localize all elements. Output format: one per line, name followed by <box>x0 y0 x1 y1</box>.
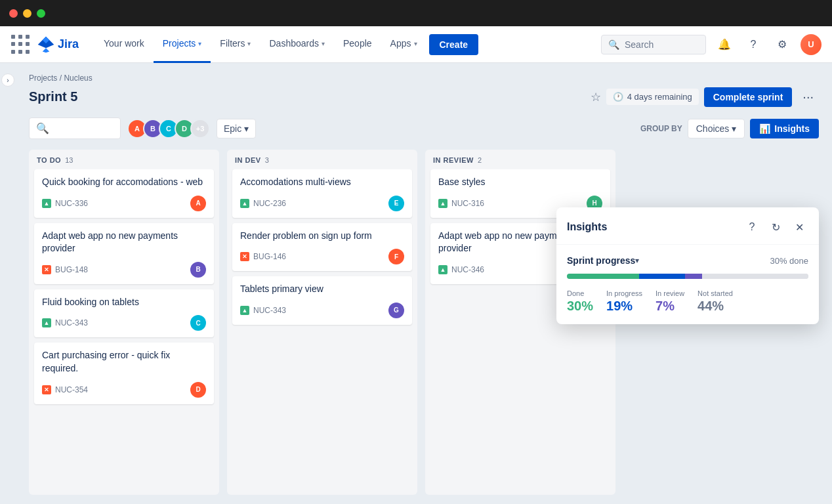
complete-sprint-button[interactable]: Complete sprint <box>704 87 793 107</box>
card-nuc316-id: NUC-316 <box>451 199 484 208</box>
story-icon-2: ▲ <box>42 318 51 327</box>
breadcrumb-projects[interactable]: Projects <box>29 74 57 83</box>
search-box[interactable]: 🔍 Search <box>601 35 706 54</box>
insights-close-button[interactable]: ✕ <box>790 218 808 236</box>
settings-button[interactable]: ⚙ <box>772 34 793 55</box>
card-nuc343-dev-id: NUC-343 <box>253 306 286 315</box>
card-nuc316-title: Base styles <box>438 176 602 189</box>
close-button[interactable] <box>9 9 18 18</box>
card-nuc343-todo-id: NUC-343 <box>55 318 88 327</box>
indev-header: IN DEV 3 <box>227 150 417 169</box>
notstarted-label: Not started <box>697 289 733 297</box>
card-bug146-title: Render problem on sign up form <box>240 230 404 243</box>
choices-button[interactable]: Choices ▾ <box>688 119 745 138</box>
bug-icon-3: ✕ <box>240 252 249 261</box>
insights-help-button[interactable]: ? <box>743 218 761 236</box>
nav-apps[interactable]: Apps ▾ <box>381 26 426 63</box>
inreview-title: IN REVIEW <box>433 156 474 164</box>
user-avatar[interactable]: U <box>801 34 822 55</box>
card-bug148[interactable]: Adapt web app no new payments provider ✕… <box>34 223 214 284</box>
card-nuc343-todo[interactable]: Fluid booking on tablets ▲ NUC-343 C <box>34 289 214 338</box>
notstarted-value: 44% <box>697 299 733 314</box>
topnav: Jira Your work Projects ▾ Filters ▾ Dash… <box>0 26 832 63</box>
nav-filters[interactable]: Filters ▾ <box>211 26 260 63</box>
bug-icon-2: ✕ <box>42 385 51 394</box>
search-icon: 🔍 <box>608 39 619 50</box>
card-nuc354[interactable]: Cart purchasing error - quick fix requir… <box>34 343 214 404</box>
insights-chart-icon: 📊 <box>759 123 770 134</box>
card-bug148-meta: ✕ BUG-148 <box>42 265 88 274</box>
avatar-overflow[interactable]: +3 <box>190 119 210 138</box>
group-by-label: GROUP BY <box>640 124 682 133</box>
notifications-button[interactable]: 🔔 <box>714 34 735 55</box>
card-nuc354-meta: ✕ NUC-354 <box>42 385 88 394</box>
stat-done: Done 30% <box>567 289 593 314</box>
card-nuc336-title: Quick booking for accomodations - web <box>42 176 206 189</box>
done-value: 30% <box>567 299 593 314</box>
breadcrumb-nucleus[interactable]: Nucleus <box>64 74 92 83</box>
card-nuc346-id: NUC-346 <box>451 265 484 274</box>
todo-count: 13 <box>65 156 73 164</box>
nav-people[interactable]: People <box>334 26 381 63</box>
days-remaining-text: 4 days remaining <box>627 92 692 102</box>
card-nuc336-footer: ▲ NUC-336 A <box>42 196 206 211</box>
board-search[interactable]: 🔍 <box>29 117 121 139</box>
insights-refresh-button[interactable]: ↻ <box>766 218 785 236</box>
inprogress-label: In progress <box>606 289 642 297</box>
column-indev: IN DEV 3 Accomodations multi-views ▲ NUC… <box>227 150 417 495</box>
board-search-icon: 🔍 <box>36 122 49 135</box>
card-bug146[interactable]: Render problem on sign up form ✕ BUG-146… <box>232 223 412 272</box>
nav-your-work[interactable]: Your work <box>94 26 154 63</box>
inreview-count: 2 <box>478 156 482 164</box>
story-icon-3: ▲ <box>240 199 249 208</box>
apps-grid-icon[interactable] <box>10 34 31 55</box>
star-button[interactable]: ☆ <box>591 90 601 104</box>
card-bug148-footer: ✕ BUG-148 B <box>42 262 206 278</box>
epic-button[interactable]: Epic ▾ <box>217 119 256 138</box>
card-nuc343-todo-footer: ▲ NUC-343 C <box>42 315 206 331</box>
inreview-label: In review <box>655 289 684 297</box>
nav-links: Your work Projects ▾ Filters ▾ Dashboard… <box>94 26 426 63</box>
filters-chevron-icon: ▾ <box>247 40 251 47</box>
indev-title: IN DEV <box>235 156 261 164</box>
apps-chevron-icon: ▾ <box>414 40 417 47</box>
sidebar-collapse-icon[interactable]: › <box>1 74 14 87</box>
minimize-button[interactable] <box>23 9 31 18</box>
breadcrumb: Projects / Nucleus <box>29 74 819 83</box>
card-nuc236-footer: ▲ NUC-236 E <box>240 196 404 211</box>
inreview-value: 7% <box>655 299 684 314</box>
card-bug146-meta: ✕ BUG-146 <box>240 252 286 261</box>
jira-logo[interactable]: Jira <box>37 35 79 54</box>
epic-chevron-icon: ▾ <box>244 123 249 134</box>
help-button[interactable]: ? <box>743 34 764 55</box>
insights-button[interactable]: 📊 Insights <box>750 119 819 138</box>
card-bug148-avatar: B <box>190 262 206 278</box>
choices-chevron-icon: ▾ <box>732 123 736 134</box>
insights-header-actions: ? ↻ ✕ <box>743 218 808 236</box>
epic-label: Epic <box>224 123 241 134</box>
card-bug148-id: BUG-148 <box>55 265 88 274</box>
card-nuc336-avatar: A <box>190 196 206 211</box>
clock-icon: 🕐 <box>613 92 623 102</box>
card-nuc236[interactable]: Accomodations multi-views ▲ NUC-236 E <box>232 169 412 218</box>
nav-projects[interactable]: Projects ▾ <box>154 26 211 63</box>
card-bug146-avatar: F <box>388 249 404 264</box>
card-nuc343-dev-footer: ▲ NUC-343 G <box>240 303 404 318</box>
card-nuc236-avatar: E <box>388 196 404 211</box>
card-nuc316-meta: ▲ NUC-316 <box>438 199 484 208</box>
card-nuc343-todo-title: Fluid booking on tablets <box>42 296 206 309</box>
sidebar-toggle[interactable]: › <box>0 63 16 504</box>
indev-cards: Accomodations multi-views ▲ NUC-236 E Re… <box>227 169 417 495</box>
nav-dashboards[interactable]: Dashboards ▾ <box>260 26 334 63</box>
card-nuc346-meta: ▲ NUC-346 <box>438 265 484 274</box>
story-icon-5: ▲ <box>438 199 447 208</box>
create-button[interactable]: Create <box>429 34 479 55</box>
sprint-progress-chevron-icon[interactable]: ▾ <box>635 256 639 265</box>
todo-title: TO DO <box>37 156 61 164</box>
card-nuc336[interactable]: Quick booking for accomodations - web ▲ … <box>34 169 214 218</box>
story-icon-6: ▲ <box>438 265 447 274</box>
card-nuc343-dev[interactable]: Tablets primary view ▲ NUC-343 G <box>232 276 412 325</box>
maximize-button[interactable] <box>37 9 45 18</box>
inreview-header: IN REVIEW 2 <box>425 150 615 169</box>
more-options-button[interactable]: ··· <box>797 87 819 107</box>
